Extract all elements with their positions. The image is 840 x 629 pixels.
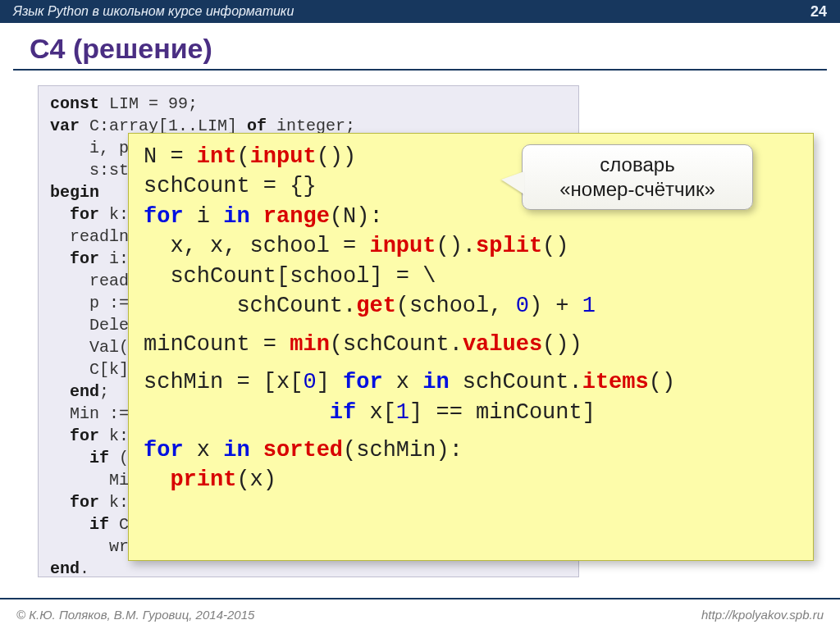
python-line: schMin = [x[0] for x in schCount.items() (144, 367, 798, 397)
header-bar: Язык Python в школьном курсе информатики… (0, 0, 840, 23)
callout-bubble: словарь «номер-счётчик» (522, 144, 753, 210)
python-line: if x[1] == minCount] (144, 398, 798, 427)
slide-heading: C4 (решение) (30, 33, 212, 65)
python-line: for x in sorted(schMin): (144, 435, 798, 465)
page-number: 24 (810, 3, 827, 21)
python-line: x, x, school = input().split() (144, 231, 798, 261)
heading-rule (13, 69, 827, 71)
header-title: Язык Python в школьном курсе информатики (13, 4, 294, 19)
python-line: schCount.get(school, 0) + 1 (144, 291, 798, 321)
footer-copyright: © К.Ю. Поляков, В.М. Гуровиц, 2014-2015 (16, 608, 254, 622)
footer-url: http://kpolyakov.spb.ru (701, 608, 824, 622)
callout-text: словарь «номер-счётчик» (559, 153, 714, 202)
footer-bar: © К.Ю. Поляков, В.М. Гуровиц, 2014-2015 … (0, 598, 840, 629)
python-line: print(x) (144, 465, 798, 495)
python-line: schCount[school] = \ (144, 262, 798, 291)
pascal-line: const LIM = 99; (50, 93, 567, 115)
python-line: minCount = min(schCount.values()) (144, 330, 798, 359)
